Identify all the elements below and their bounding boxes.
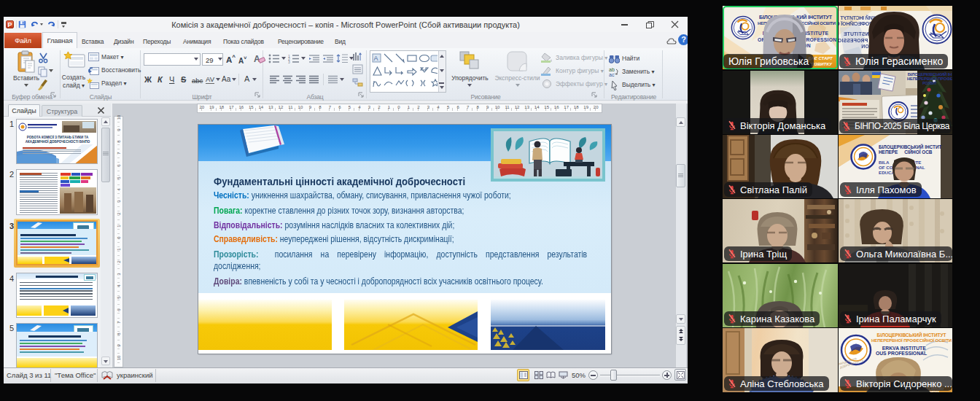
svg-text:ab: ab [609,67,615,72]
svg-text:ac: ac [609,72,615,77]
svg-text:3: 3 [288,60,290,63]
svg-text:A: A [374,55,378,62]
